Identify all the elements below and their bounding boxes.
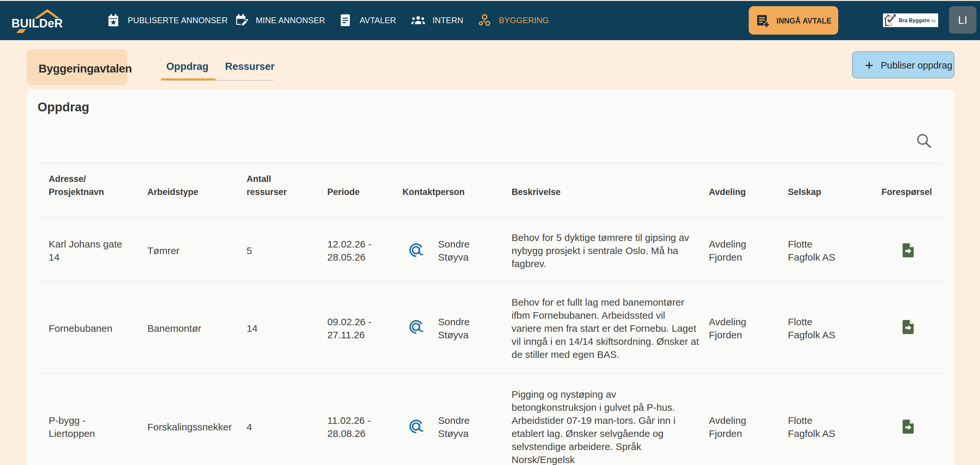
svg-text:BUILDeR: BUILDeR [11, 17, 63, 30]
